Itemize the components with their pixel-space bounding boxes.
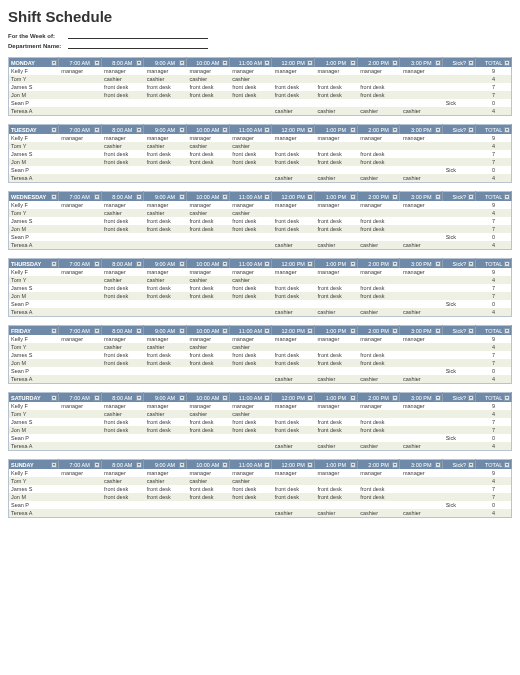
shift-cell[interactable] xyxy=(58,477,101,485)
hour-header[interactable]: 2:00 PM xyxy=(357,125,400,135)
shift-cell[interactable] xyxy=(58,107,101,116)
hour-header[interactable]: 3:00 PM xyxy=(400,326,443,336)
shift-cell[interactable] xyxy=(357,343,400,351)
sick-cell[interactable] xyxy=(443,83,476,91)
shift-cell[interactable] xyxy=(400,367,443,375)
shift-cell[interactable]: cashier xyxy=(400,107,443,116)
shift-cell[interactable] xyxy=(400,142,443,150)
chevron-down-icon[interactable] xyxy=(179,462,185,468)
hour-header[interactable]: 1:00 PM xyxy=(315,125,358,135)
shift-cell[interactable] xyxy=(58,142,101,150)
shift-cell[interactable] xyxy=(101,367,144,375)
total-header[interactable]: TOTAL xyxy=(476,393,512,403)
sick-cell[interactable] xyxy=(443,485,476,493)
shift-cell[interactable] xyxy=(357,142,400,150)
shift-cell[interactable]: front desk xyxy=(229,418,272,426)
chevron-down-icon[interactable] xyxy=(94,462,100,468)
shift-cell[interactable]: manager xyxy=(101,469,144,477)
shift-cell[interactable] xyxy=(144,308,187,317)
shift-cell[interactable] xyxy=(400,276,443,284)
shift-cell[interactable]: cashier xyxy=(101,75,144,83)
shift-cell[interactable] xyxy=(101,509,144,518)
shift-cell[interactable] xyxy=(400,209,443,217)
hour-header[interactable]: 7:00 AM xyxy=(58,326,101,336)
shift-cell[interactable]: cashier xyxy=(272,308,315,317)
shift-cell[interactable] xyxy=(101,501,144,509)
sick-header[interactable]: Sick? xyxy=(443,326,476,336)
shift-cell[interactable] xyxy=(101,99,144,107)
shift-cell[interactable] xyxy=(101,442,144,451)
hour-header[interactable]: 12:00 PM xyxy=(272,393,315,403)
shift-cell[interactable]: cashier xyxy=(357,174,400,183)
chevron-down-icon[interactable] xyxy=(435,261,441,267)
shift-cell[interactable] xyxy=(101,166,144,174)
chevron-down-icon[interactable] xyxy=(392,127,398,133)
shift-cell[interactable]: cashier xyxy=(186,343,229,351)
shift-cell[interactable] xyxy=(144,174,187,183)
shift-cell[interactable]: manager xyxy=(144,67,187,75)
shift-cell[interactable] xyxy=(400,493,443,501)
total-header[interactable]: TOTAL xyxy=(476,259,512,269)
chevron-down-icon[interactable] xyxy=(136,60,142,66)
shift-cell[interactable]: cashier xyxy=(357,509,400,518)
chevron-down-icon[interactable] xyxy=(350,462,356,468)
hour-header[interactable]: 9:00 AM xyxy=(144,393,187,403)
shift-cell[interactable]: manager xyxy=(400,134,443,142)
chevron-down-icon[interactable] xyxy=(504,395,510,401)
shift-cell[interactable]: cashier xyxy=(315,174,358,183)
chevron-down-icon[interactable] xyxy=(468,194,474,200)
shift-cell[interactable] xyxy=(101,107,144,116)
shift-cell[interactable] xyxy=(229,99,272,107)
shift-cell[interactable]: manager xyxy=(186,335,229,343)
chevron-down-icon[interactable] xyxy=(136,395,142,401)
shift-cell[interactable] xyxy=(58,351,101,359)
shift-cell[interactable]: cashier xyxy=(144,75,187,83)
shift-cell[interactable]: manager xyxy=(229,402,272,410)
shift-cell[interactable] xyxy=(229,367,272,375)
shift-cell[interactable] xyxy=(144,107,187,116)
sick-cell[interactable]: Sick xyxy=(443,367,476,375)
shift-cell[interactable]: manager xyxy=(315,335,358,343)
shift-cell[interactable] xyxy=(400,418,443,426)
shift-cell[interactable] xyxy=(58,150,101,158)
shift-cell[interactable] xyxy=(58,434,101,442)
shift-cell[interactable] xyxy=(400,426,443,434)
shift-cell[interactable] xyxy=(144,300,187,308)
shift-cell[interactable]: manager xyxy=(58,469,101,477)
shift-cell[interactable] xyxy=(315,166,358,174)
shift-cell[interactable] xyxy=(58,83,101,91)
shift-cell[interactable] xyxy=(400,292,443,300)
hour-header[interactable]: 9:00 AM xyxy=(144,259,187,269)
shift-cell[interactable] xyxy=(229,501,272,509)
shift-cell[interactable] xyxy=(58,225,101,233)
shift-cell[interactable] xyxy=(357,477,400,485)
total-header[interactable]: TOTAL xyxy=(476,58,512,68)
chevron-down-icon[interactable] xyxy=(435,60,441,66)
total-header[interactable]: TOTAL xyxy=(476,125,512,135)
sick-header[interactable]: Sick? xyxy=(443,125,476,135)
shift-cell[interactable] xyxy=(101,434,144,442)
sick-cell[interactable] xyxy=(443,359,476,367)
shift-cell[interactable] xyxy=(58,284,101,292)
hour-header[interactable]: 11:00 AM xyxy=(229,259,272,269)
shift-cell[interactable]: front desk xyxy=(186,217,229,225)
shift-cell[interactable]: front desk xyxy=(101,83,144,91)
shift-cell[interactable] xyxy=(58,292,101,300)
shift-cell[interactable] xyxy=(229,308,272,317)
chevron-down-icon[interactable] xyxy=(350,60,356,66)
shift-cell[interactable]: manager xyxy=(144,402,187,410)
shift-cell[interactable] xyxy=(400,485,443,493)
shift-cell[interactable]: manager xyxy=(315,402,358,410)
shift-cell[interactable]: manager xyxy=(315,469,358,477)
hour-header[interactable]: 3:00 PM xyxy=(400,460,443,470)
shift-cell[interactable]: manager xyxy=(400,335,443,343)
shift-cell[interactable]: front desk xyxy=(101,359,144,367)
shift-cell[interactable]: cashier xyxy=(229,142,272,150)
sick-cell[interactable] xyxy=(443,142,476,150)
chevron-down-icon[interactable] xyxy=(264,261,270,267)
shift-cell[interactable]: cashier xyxy=(144,209,187,217)
shift-cell[interactable]: front desk xyxy=(357,426,400,434)
shift-cell[interactable]: front desk xyxy=(229,225,272,233)
hour-header[interactable]: 7:00 AM xyxy=(58,125,101,135)
shift-cell[interactable]: front desk xyxy=(229,426,272,434)
